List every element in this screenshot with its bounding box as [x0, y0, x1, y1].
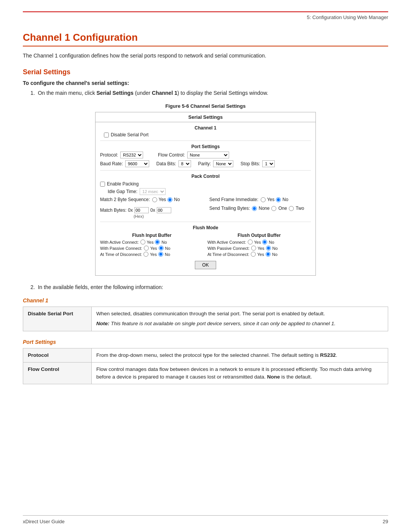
- disable-serial-port-checkbox[interactable]: [104, 133, 109, 137]
- flush-output-passive-yes[interactable]: [251, 246, 256, 251]
- match-byte2-input[interactable]: [157, 207, 171, 213]
- match-byte-seq-row: Match 2 Byte Sequence: Yes No: [100, 197, 202, 202]
- flush-input-disconnect-yes[interactable]: [143, 252, 148, 257]
- flush-output-active-no[interactable]: [262, 240, 267, 244]
- flow-control-label: Flow Control:: [158, 152, 185, 158]
- flush-output-active-row: With Active Connect: Yes No: [207, 240, 311, 244]
- send-trailing-label: Send Trailing Bytes:: [209, 206, 250, 211]
- protocol-select[interactable]: RS232 RS485 RS422: [120, 152, 143, 158]
- page-footer: xDirect User Guide 29: [23, 515, 388, 524]
- data-bits-select[interactable]: 8 7: [178, 160, 191, 167]
- serial-settings-box-header: Serial Settings: [96, 112, 315, 122]
- flush-output-disconnect-yes[interactable]: [251, 252, 256, 257]
- baud-rate-select[interactable]: 9600 19200 38400 115200: [125, 160, 149, 167]
- match-bytes-label: Match Bytes:: [100, 208, 126, 213]
- disable-serial-port-field: Disable Serial Port: [28, 311, 73, 316]
- flush-input-disconnect-label: At Time of Disconnect:: [100, 252, 142, 257]
- figure-container: Figure 5-6 Channel Serial Settings Seria…: [23, 103, 388, 276]
- send-frame-no-radio[interactable]: [276, 197, 281, 202]
- flush-input-active-row: With Active Connect: Yes No: [100, 240, 204, 244]
- flush-output-title: Flush Output Buffer: [207, 233, 311, 238]
- flush-output-col: Flush Output Buffer With Active Connect:…: [207, 233, 311, 258]
- disable-serial-port-desc: When selected, disables communication th…: [96, 311, 325, 316]
- idle-gap-label: Idle Gap Time:: [108, 189, 137, 194]
- port-settings-heading: Port Settings: [23, 339, 388, 345]
- match-byte-no-label: No: [174, 197, 180, 202]
- flush-input-passive-row: With Passive Connect: Yes No: [100, 246, 204, 251]
- flush-input-col: Flush Input Buffer With Active Connect: …: [100, 233, 204, 258]
- idle-gap-row: Idle Gap Time: 12 msec: [108, 188, 311, 195]
- pack-control-section: Pack Control Enable Packing Idle Gap Tim…: [100, 174, 311, 219]
- step-1: 1. On the main menu, click Serial Settin…: [30, 89, 388, 97]
- protocol-flow-row: Protocol: RS232 RS485 RS422 Flow Control…: [100, 152, 311, 158]
- flow-control-desc-cell: Flow control manages data flow between d…: [92, 362, 388, 384]
- flush-input-disconnect-no[interactable]: [158, 252, 163, 257]
- flush-mode-section: Flush Mode Flush Input Buffer With Activ…: [100, 225, 311, 258]
- match-byte-yes-label: Yes: [159, 197, 166, 202]
- figure-caption: Figure 5-6 Channel Serial Settings: [23, 103, 388, 109]
- flush-input-active-yes[interactable]: [140, 240, 145, 244]
- configure-heading: To configure the channel's serial settin…: [23, 80, 388, 86]
- match-byte1-input[interactable]: [134, 207, 149, 213]
- stop-bits-label: Stop Bits:: [241, 161, 260, 166]
- table-row: Flow Control Flow control manages data f…: [23, 362, 388, 384]
- parity-select[interactable]: None Even Odd: [213, 160, 233, 167]
- footer-right: 29: [383, 519, 388, 524]
- send-frame-yes-label: Yes: [267, 197, 275, 202]
- send-frame-yes-radio[interactable]: [261, 197, 266, 202]
- send-frame-no-label: No: [282, 197, 288, 202]
- match-trailing-row: Match Bytes: 0x 0x (Hex): [100, 206, 311, 219]
- match-byte-seq-label: Match 2 Byte Sequence:: [100, 197, 150, 202]
- enable-packing-row: Enable Packing: [100, 181, 311, 187]
- flush-output-passive-no[interactable]: [266, 246, 271, 251]
- port-settings-table: Protocol From the drop-down menu, select…: [23, 348, 388, 385]
- page-title: Channel 1 Configuration: [23, 32, 388, 46]
- configure-heading-text: To configure the channel's serial settin…: [23, 80, 129, 86]
- flush-output-disconnect-label: At Time of Disconnect:: [207, 252, 249, 257]
- chapter-header: 5: Configuration Using Web Manager: [23, 11, 388, 20]
- protocol-field-cell: Protocol: [23, 348, 92, 362]
- flush-output-disconnect-no[interactable]: [266, 252, 271, 257]
- send-trailing-none-label: None: [259, 206, 270, 211]
- flow-control-field-cell: Flow Control: [23, 362, 92, 384]
- match-send-row: Match 2 Byte Sequence: Yes No: [100, 197, 311, 204]
- send-trailing-none-radio[interactable]: [252, 206, 257, 211]
- flush-mode-label: Flush Mode: [100, 225, 311, 230]
- match-bytes-inputs-row: Match Bytes: 0x 0x (Hex): [100, 207, 202, 219]
- send-trailing-bytes-row: Send Trailing Bytes: None One Two: [209, 206, 311, 211]
- flow-control-select[interactable]: None XON/XOFF RTS/CTS: [187, 152, 229, 158]
- match-byte2-prefix: 0x: [150, 208, 155, 213]
- idle-gap-select[interactable]: 12 msec: [140, 188, 166, 195]
- send-frame-label: Send Frame Immediate:: [209, 197, 258, 202]
- ok-row: OK: [100, 258, 311, 272]
- flush-input-passive-yes[interactable]: [144, 246, 149, 251]
- send-trailing-one-radio[interactable]: [271, 206, 276, 211]
- enable-packing-label: Enable Packing: [107, 181, 139, 187]
- flush-input-passive-no[interactable]: [159, 246, 164, 251]
- step2-text: In the available fields, enter the follo…: [38, 284, 163, 290]
- flush-output-disconnect-row: At Time of Disconnect: Yes No: [207, 252, 311, 257]
- disable-serial-port-desc-cell: When selected, disables communication th…: [92, 307, 388, 331]
- flush-input-passive-label: With Passive Connect:: [100, 246, 142, 251]
- channel-1-table: Disable Serial Port When selected, disab…: [23, 307, 388, 331]
- match-byte-no-radio[interactable]: [167, 197, 172, 202]
- ok-button[interactable]: OK: [195, 261, 216, 269]
- intro-text: The Channel 1 configuration defines how …: [23, 52, 388, 60]
- step-2: 2. In the available fields, enter the fo…: [30, 283, 388, 291]
- enable-packing-checkbox[interactable]: [100, 182, 105, 187]
- flush-output-active-label: With Active Connect:: [207, 240, 246, 244]
- disable-serial-port-note: Note: This feature is not available on s…: [96, 320, 383, 328]
- channel-1-heading: Channel 1: [23, 297, 388, 304]
- match-byte-yes-radio[interactable]: [152, 197, 157, 202]
- serial-settings-title: Serial Settings: [23, 68, 388, 76]
- protocol-field: Protocol: [28, 352, 49, 358]
- baud-data-parity-row: Baud Rate: 9600 19200 38400 115200 Data …: [100, 160, 311, 167]
- disable-serial-port-cell: Disable Serial Port: [23, 307, 92, 331]
- flush-input-title: Flush Input Buffer: [100, 233, 204, 238]
- baud-rate-label: Baud Rate:: [100, 161, 123, 166]
- flush-output-active-yes[interactable]: [248, 240, 253, 244]
- flush-input-active-no[interactable]: [155, 240, 160, 244]
- stop-bits-select[interactable]: 1 2: [262, 160, 275, 167]
- send-trailing-two-radio[interactable]: [289, 206, 294, 211]
- protocol-label: Protocol:: [100, 152, 118, 158]
